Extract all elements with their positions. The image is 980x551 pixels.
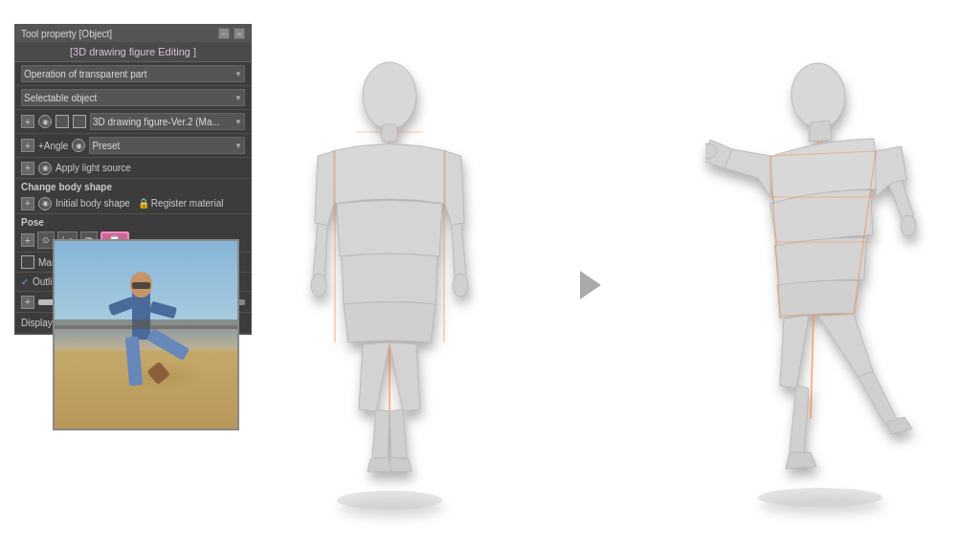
- figure-label: 3D drawing figure-Ver.2 (Ma...: [93, 117, 220, 127]
- close-button[interactable]: ×: [234, 28, 245, 39]
- figure-sq1-icon: [56, 115, 69, 128]
- light-icon: ◉: [38, 162, 52, 175]
- svg-point-17: [901, 215, 916, 236]
- svg-rect-8: [382, 124, 397, 142]
- titlebar-buttons: − ×: [218, 28, 245, 39]
- register-label: Register material: [151, 198, 224, 209]
- figure-right-svg: [705, 55, 935, 515]
- svg-point-0: [337, 491, 442, 510]
- panel-title: Tool property [Object]: [21, 29, 112, 39]
- figure-right-container: [705, 55, 935, 515]
- body-shape-row: + ◉ Initial body shape 🔒 Register materi…: [15, 193, 251, 214]
- preset-arrow-icon: ▼: [234, 142, 242, 150]
- reference-photo: [53, 239, 239, 430]
- figure-left-svg: [303, 55, 476, 515]
- pose-plus-button[interactable]: +: [21, 233, 34, 247]
- svg-point-9: [453, 274, 468, 297]
- initial-body-label: Initial body shape: [56, 198, 130, 209]
- pose-header: Pose: [15, 214, 251, 229]
- slider-plus-button[interactable]: +: [21, 296, 34, 309]
- initial-body-icon: ◉: [38, 197, 52, 210]
- direction-arrow-icon: [580, 271, 601, 299]
- angle-plus-button[interactable]: +: [21, 139, 34, 152]
- figure-area: [258, 19, 980, 551]
- angle-icon: ◉: [72, 139, 85, 152]
- operation-arrow-icon: ▼: [234, 70, 242, 78]
- operation-select[interactable]: Operation of transparent part ▼: [21, 65, 245, 82]
- outline-check-icon: ✓: [21, 276, 29, 287]
- figure-arrow-icon: ▼: [234, 118, 242, 126]
- panel-titlebar: Tool property [Object] − ×: [15, 25, 251, 42]
- preset-label: Preset: [92, 141, 120, 151]
- figure-eye-icon[interactable]: ◉: [38, 115, 52, 128]
- figure-left-container: [303, 55, 476, 515]
- svg-point-13: [758, 488, 882, 507]
- angle-row: + +Angle ◉ Preset ▼: [15, 134, 251, 158]
- arrow-container: [567, 271, 614, 299]
- selectable-label: Selectable object: [24, 93, 97, 103]
- figure-row: + ◉ 3D drawing figure-Ver.2 (Ma... ▼: [15, 110, 251, 134]
- operation-row: Operation of transparent part ▼: [15, 62, 251, 86]
- svg-point-7: [363, 62, 416, 129]
- manga-checkbox[interactable]: [21, 255, 34, 269]
- figure-plus-button[interactable]: +: [21, 115, 34, 128]
- svg-point-10: [311, 274, 326, 297]
- body-shape-header: Change body shape: [15, 179, 251, 193]
- selectable-select[interactable]: Selectable object ▼: [21, 89, 245, 106]
- selectable-arrow-icon: ▼: [234, 94, 242, 102]
- angle-label: +Angle: [38, 141, 68, 151]
- preset-select[interactable]: Preset ▼: [89, 137, 245, 154]
- figure-sq2-icon: [73, 115, 86, 128]
- pose-label: Pose: [21, 217, 44, 228]
- apply-light-label: Apply light source: [56, 163, 131, 173]
- light-plus-button[interactable]: +: [21, 162, 34, 175]
- selectable-row: Selectable object ▼: [15, 86, 251, 110]
- operation-label: Operation of transparent part: [24, 69, 146, 79]
- body-shape-label: Change body shape: [21, 182, 112, 192]
- light-row: + ◉ Apply light source: [15, 158, 251, 179]
- svg-point-15: [789, 61, 848, 131]
- body-plus-button[interactable]: +: [21, 197, 34, 210]
- figure-select[interactable]: 3D drawing figure-Ver.2 (Ma... ▼: [90, 113, 245, 130]
- minimize-button[interactable]: −: [218, 28, 230, 39]
- panel-subtitle: [3D drawing figure Editing ]: [15, 42, 251, 62]
- lock-icon: 🔒: [138, 198, 149, 209]
